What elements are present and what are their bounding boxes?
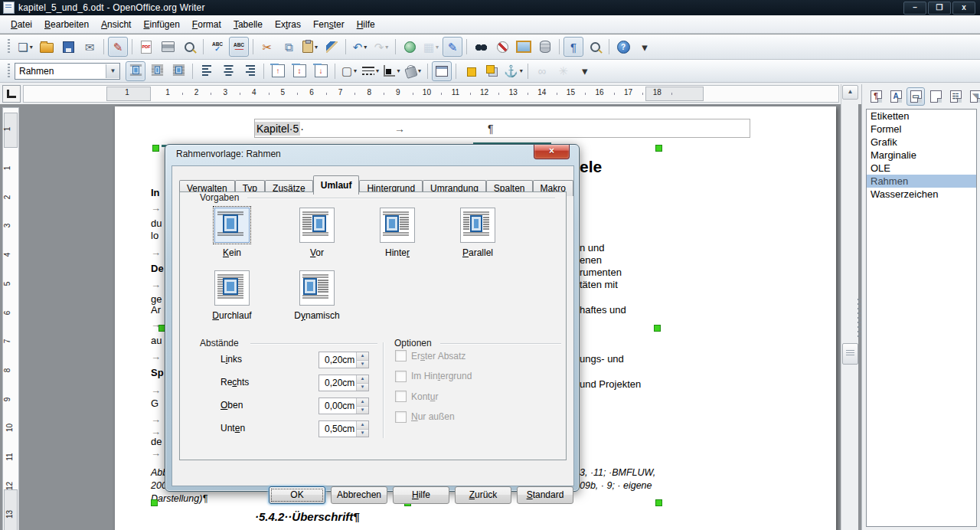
menu-datei[interactable]: Datei (5, 17, 38, 32)
abbrechen-button[interactable]: Abbrechen (331, 486, 387, 504)
tab-stop-selector[interactable] (2, 85, 21, 103)
menu-extras[interactable]: Extras (269, 17, 307, 32)
scrollbar-thumb[interactable] (842, 343, 858, 365)
wrap-option-parallel[interactable]: Parallel (441, 208, 514, 258)
styles-list[interactable]: EtikettenFormelGrafikMarginalieOLERahmen… (866, 109, 977, 527)
export-pdf-icon[interactable]: PDF (136, 37, 156, 57)
minimize-button[interactable]: – (903, 2, 926, 15)
style-item-wasserzeichen[interactable]: Wasserzeichen (867, 188, 976, 201)
checkbox-box[interactable] (395, 350, 407, 362)
selection-handle[interactable] (151, 499, 158, 506)
spinner-buttons[interactable]: ▲▼ (356, 375, 368, 391)
copy-icon[interactable]: ⧉ (279, 37, 299, 57)
page-styles-icon[interactable] (926, 87, 945, 106)
find-replace-icon[interactable] (471, 37, 491, 57)
style-item-grafik[interactable]: Grafik (867, 136, 976, 149)
background-color-icon[interactable]: ▾ (403, 61, 423, 81)
frame-styles-icon[interactable]: ▭ (906, 87, 925, 106)
new-document-icon[interactable]: ❏▾ (15, 37, 35, 57)
undo-icon[interactable]: ↶▾ (350, 37, 370, 57)
checkbox-box[interactable] (395, 411, 407, 423)
selection-handle[interactable] (655, 499, 662, 506)
checkbox-kontur[interactable]: Kontur (395, 391, 438, 402)
wrap-option-durchlauf[interactable]: Durchlauf (195, 270, 269, 321)
toolbar-options-icon[interactable]: ▾ (635, 37, 655, 57)
selection-handle[interactable] (655, 145, 662, 152)
border-color-icon[interactable]: ▾ (382, 61, 402, 81)
hyperlink-icon[interactable] (400, 37, 420, 57)
style-item-formel[interactable]: Formel (867, 123, 976, 136)
vertical-ruler[interactable]: 112345678910111213 (2, 107, 19, 530)
print-icon[interactable] (158, 37, 178, 57)
spinner-buttons[interactable]: ▲▼ (356, 398, 368, 414)
checkbox-box[interactable] (395, 391, 407, 402)
style-item-marginalie[interactable]: Marginalie (867, 149, 976, 162)
wrap-option-vor[interactable]: Vor (280, 208, 354, 258)
borders-icon[interactable]: ▢▾ (339, 61, 359, 81)
spinner-down-icon[interactable]: ▼ (357, 361, 368, 368)
navigator-icon[interactable] (492, 37, 512, 57)
spinner-up-icon[interactable]: ▲ (357, 421, 368, 430)
spacing-input-links[interactable]: 0,20cm▲▼ (318, 352, 369, 368)
list-styles-icon[interactable]: ☷ (946, 87, 965, 106)
paste-icon[interactable]: ▾ (300, 37, 320, 57)
spinner-down-icon[interactable]: ▼ (357, 407, 368, 414)
chevron-down-icon[interactable]: ▾ (418, 67, 421, 74)
wrap-option-hinter[interactable]: Hinter (361, 208, 434, 258)
menu-bearbeiten[interactable]: Bearbeiten (38, 17, 95, 32)
menu-tabelle[interactable]: Tabelle (227, 17, 269, 32)
dialog-close-button[interactable]: × (534, 145, 570, 159)
email-icon[interactable]: ✉ (80, 37, 100, 57)
wrap-off-icon[interactable] (126, 61, 145, 81)
align-right-icon[interactable] (240, 61, 260, 81)
align-top-icon[interactable]: ↑ (268, 61, 288, 81)
style-item-ole[interactable]: OLE (867, 162, 976, 175)
horizontal-ruler[interactable]: 1123456789101112131415161718 (23, 85, 839, 103)
fill-format-icon[interactable]: ◥ (966, 87, 980, 106)
anchor-icon[interactable]: ⚓▾ (503, 61, 524, 81)
checkbox-nur-au-en[interactable]: Nur außen (395, 411, 455, 423)
chevron-down-icon[interactable]: ▾ (520, 67, 523, 74)
spinner-up-icon[interactable]: ▲ (357, 375, 368, 384)
style-item-rahmen[interactable]: Rahmen (867, 175, 976, 188)
menu-fenster[interactable]: Fenster (307, 17, 351, 32)
wrap-option-kein[interactable]: Kein (195, 208, 269, 258)
format-paintbrush-icon[interactable] (322, 37, 341, 57)
zoom-icon[interactable] (585, 37, 605, 57)
spellcheck-icon[interactable]: ABC✓ (207, 37, 227, 57)
checkbox-erster-absatz[interactable]: Erster Absatz (395, 350, 466, 362)
align-center-icon[interactable] (218, 61, 238, 81)
menu-hilfe[interactable]: Hilfe (351, 17, 381, 32)
open-icon[interactable] (37, 37, 57, 57)
gallery-icon[interactable] (514, 37, 534, 57)
formatting-marks-icon[interactable]: ¶ (564, 37, 583, 57)
chevron-down-icon[interactable]: ▾ (385, 44, 388, 51)
spinner-down-icon[interactable]: ▼ (357, 384, 368, 391)
bring-to-front-icon[interactable] (460, 61, 480, 81)
scroll-up-button[interactable]: ▲ (842, 85, 858, 100)
toolbar-options-icon[interactable]: ▾ (575, 61, 595, 81)
paragraph-styles-icon[interactable]: ¶ (867, 87, 885, 106)
spacing-input-rechts[interactable]: 0,20cm▲▼ (318, 375, 369, 391)
unlink-frames-icon[interactable]: ✳ (554, 61, 573, 81)
restore-button[interactable]: ❐ (928, 2, 951, 15)
spinner-up-icon[interactable]: ▲ (357, 352, 368, 361)
chevron-down-icon[interactable]: ▾ (376, 67, 379, 74)
align-left-icon[interactable] (197, 61, 217, 81)
chevron-down-icon[interactable]: ▾ (354, 67, 357, 74)
standard-button[interactable]: Standard (517, 486, 573, 504)
redo-icon[interactable]: ↷▾ (371, 37, 391, 57)
toolbar-grip[interactable] (8, 64, 10, 79)
save-icon[interactable] (58, 37, 78, 57)
frame-properties-icon[interactable] (432, 61, 452, 81)
chevron-down-icon[interactable]: ▼ (106, 64, 119, 78)
chevron-down-icon[interactable]: ▾ (436, 44, 439, 51)
character-styles-icon[interactable]: A (887, 87, 905, 106)
selection-handle[interactable] (152, 145, 159, 152)
autospellcheck-icon[interactable]: ABC~~~ (229, 37, 249, 57)
toolbar-grip[interactable] (8, 39, 10, 54)
align-middle-icon[interactable]: ↕ (289, 61, 309, 81)
style-item-etiketten[interactable]: Etiketten (867, 110, 976, 123)
chevron-down-icon[interactable]: ▾ (397, 67, 400, 74)
link-frames-icon[interactable]: ∞ (532, 61, 552, 81)
